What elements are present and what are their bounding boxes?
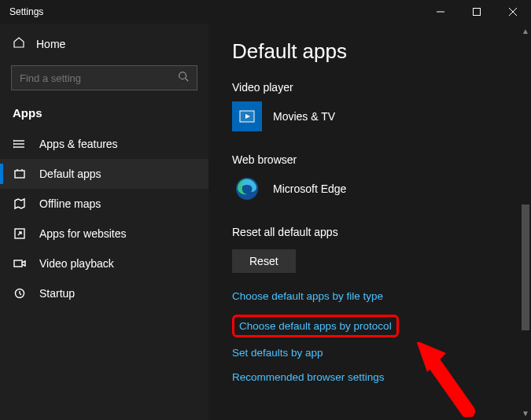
search-icon	[178, 71, 189, 85]
nav-item-label: Apps for websites	[39, 227, 127, 240]
nav-item-label: Video playback	[39, 257, 114, 270]
svg-point-10	[13, 143, 14, 144]
nav-home-label: Home	[36, 38, 65, 50]
open-icon	[13, 227, 27, 240]
link-by-protocol[interactable]: Choose default apps by protocol	[239, 320, 392, 332]
video-icon	[13, 257, 27, 270]
web-browser-app-label: Microsoft Edge	[273, 182, 346, 195]
svg-point-4	[179, 72, 186, 79]
reset-heading: Reset all default apps	[232, 226, 507, 238]
nav-item-label: Apps & features	[39, 138, 118, 150]
page-title: Default apps	[232, 39, 507, 64]
scrollbar-thumb[interactable]	[522, 204, 529, 330]
nav-apps-features[interactable]: Apps & features	[0, 129, 208, 159]
nav-item-label: Offline maps	[39, 197, 101, 210]
maximize-button[interactable]	[459, 0, 495, 24]
web-browser-app-row[interactable]: Microsoft Edge	[232, 174, 507, 204]
search-box[interactable]	[11, 65, 197, 90]
video-player-app-label: Movies & TV	[273, 110, 335, 123]
map-icon	[13, 197, 27, 210]
svg-point-9	[13, 140, 14, 141]
edge-icon	[232, 174, 262, 204]
web-browser-heading: Web browser	[232, 153, 507, 166]
scrollbar[interactable]: ▲ ▼	[520, 24, 531, 420]
main-content: Default apps Video player Movies & TV We…	[208, 24, 531, 420]
nav-item-label: Default apps	[39, 168, 101, 180]
defaults-icon	[13, 168, 27, 180]
video-player-app-row[interactable]: Movies & TV	[232, 101, 507, 131]
minimize-button[interactable]	[422, 0, 459, 24]
nav-home[interactable]: Home	[0, 28, 208, 59]
nav-offline-maps[interactable]: Offline maps	[0, 189, 208, 219]
nav-item-label: Startup	[39, 287, 75, 300]
search-input[interactable]	[20, 72, 161, 84]
nav-startup[interactable]: Startup	[0, 278, 208, 308]
svg-rect-1	[474, 9, 481, 16]
sidebar-section-label: Apps	[0, 101, 208, 129]
nav-default-apps[interactable]: Default apps	[0, 159, 208, 189]
svg-rect-16	[14, 260, 22, 267]
link-by-app[interactable]: Set defaults by app	[232, 347, 507, 359]
startup-icon	[13, 287, 27, 300]
nav-video-playback[interactable]: Video playback	[0, 249, 208, 278]
link-recommended[interactable]: Recommended browser settings	[232, 371, 507, 383]
sidebar: Home Apps Apps & features	[0, 24, 208, 420]
scroll-up-icon[interactable]: ▲	[522, 25, 529, 36]
close-button[interactable]	[495, 0, 531, 24]
window-controls	[422, 0, 531, 24]
svg-rect-12	[15, 171, 24, 178]
annotation-highlight: Choose default apps by protocol	[232, 315, 399, 337]
window-title: Settings	[9, 6, 43, 17]
nav-apps-websites[interactable]: Apps for websites	[0, 219, 208, 249]
reset-button[interactable]: Reset	[232, 249, 296, 273]
link-by-file-type[interactable]: Choose default apps by file type	[232, 290, 507, 302]
movies-tv-icon	[232, 101, 262, 131]
svg-line-5	[186, 79, 189, 82]
list-icon	[13, 138, 27, 150]
titlebar: Settings	[0, 0, 531, 24]
video-player-heading: Video player	[232, 81, 507, 94]
scroll-down-icon[interactable]: ▼	[522, 407, 529, 418]
svg-point-11	[13, 146, 14, 147]
home-icon	[13, 36, 25, 51]
